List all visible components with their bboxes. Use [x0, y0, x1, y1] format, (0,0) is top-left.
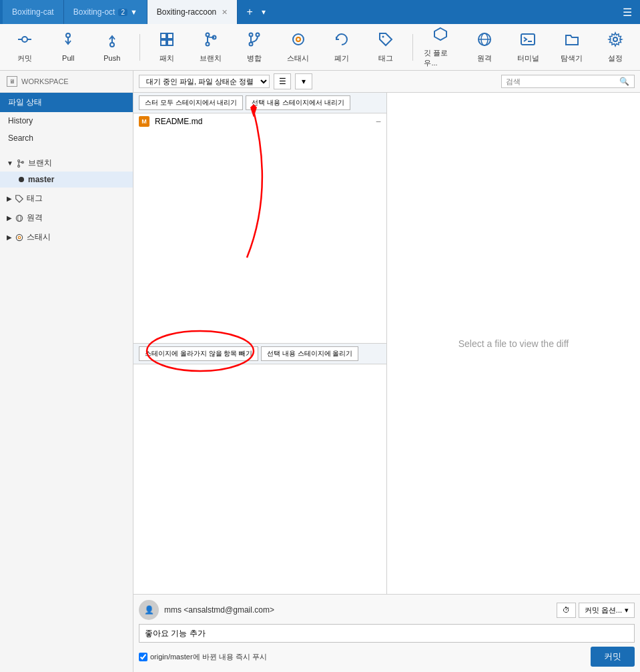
- svg-point-15: [250, 33, 253, 36]
- commit-label: 커밋: [17, 53, 32, 63]
- svg-point-21: [382, 35, 384, 37]
- search-input[interactable]: [506, 77, 619, 85]
- tag-button[interactable]: 태그: [366, 27, 405, 68]
- stage-selected-button[interactable]: 선택 내용 스테이지에서 내리기: [246, 95, 350, 110]
- settings-icon: [607, 31, 623, 51]
- branch-button[interactable]: 브랜치: [192, 27, 230, 68]
- chevron-down-icon-commit: ▾: [625, 606, 629, 615]
- tab-boxiting-oct[interactable]: Boxiting-oct 2 ▼: [64, 0, 147, 24]
- unstage-selected-button[interactable]: 선택 내용 스테이지에 올리기: [261, 346, 358, 361]
- stash-button[interactable]: 스태시: [279, 27, 318, 68]
- view-options-button[interactable]: ▾: [295, 73, 312, 89]
- tab-label: Boxiting-cat: [12, 7, 54, 17]
- svg-point-17: [250, 42, 253, 45]
- window-menu-button[interactable]: ☰: [617, 3, 637, 21]
- explorer-icon: [564, 31, 580, 51]
- staged-file-list: M README.md −: [133, 113, 386, 343]
- remote-label: 원격: [477, 53, 492, 63]
- commit-button-main[interactable]: 커밋: [591, 647, 635, 667]
- tab-badge-arrow: ▼: [130, 8, 137, 16]
- file-item[interactable]: M README.md −: [133, 113, 386, 129]
- patch-button[interactable]: 패치: [147, 27, 186, 68]
- svg-point-0: [22, 37, 27, 42]
- svg-point-5: [110, 43, 114, 47]
- svg-point-30: [18, 165, 20, 167]
- stash-section-label: 스태시: [27, 232, 51, 243]
- user-info: mms <ansalstmd@gmail.com>: [164, 605, 274, 615]
- tags-section-label: 태그: [27, 193, 43, 204]
- tab-boxiting-raccoon[interactable]: Boxiting-raccoon ✕: [147, 0, 238, 24]
- title-bar: Boxiting-cat Boxiting-oct 2 ▼ Boxiting-r…: [0, 0, 640, 24]
- commit-button[interactable]: 커밋: [5, 27, 44, 68]
- commit-time-button[interactable]: ⏱: [557, 603, 576, 618]
- remote-button[interactable]: 원격: [465, 27, 504, 68]
- toolbar: 커밋 Pull Push: [0, 24, 640, 71]
- tag-section-icon: [15, 194, 24, 204]
- staged-header: 스터 모두 스테이지에서 내리기 선택 내용 스테이지에서 내리기: [133, 93, 386, 113]
- commit-message-input[interactable]: [139, 624, 635, 643]
- merge-button[interactable]: 병합: [235, 27, 274, 68]
- sidebar-item-file-status[interactable]: 파일 상태: [0, 93, 133, 112]
- tab-boxiting-cat[interactable]: Boxiting-cat: [3, 0, 64, 24]
- gitflow-icon: [432, 26, 448, 46]
- push-checkbox-label[interactable]: origin/master에 바뀐 내용 즉시 푸시: [139, 652, 267, 662]
- unstaged-file-list: [133, 364, 386, 594]
- push-button[interactable]: Push: [93, 27, 131, 68]
- pull-icon: [60, 32, 76, 52]
- tab-label: Boxiting-oct: [73, 7, 115, 17]
- svg-rect-9: [161, 40, 166, 45]
- sidebar-section-remote[interactable]: ▶ 원격: [0, 207, 133, 226]
- terminal-button[interactable]: 터미널: [509, 27, 547, 68]
- pull-button[interactable]: Pull: [49, 27, 88, 68]
- unstage-file-button[interactable]: −: [376, 116, 381, 127]
- discard-label: 폐기: [334, 53, 349, 63]
- svg-point-3: [66, 33, 70, 37]
- sidebar-item-search[interactable]: Search: [0, 129, 133, 147]
- diff-area: Select a file to view the diff: [387, 93, 640, 594]
- patch-icon: [159, 31, 175, 51]
- svg-rect-8: [168, 33, 173, 39]
- svg-point-29: [18, 159, 20, 161]
- view-toggle-button[interactable]: ☰: [274, 73, 291, 89]
- gitflow-button[interactable]: 깃 플로우...: [421, 27, 460, 68]
- tab-close-button[interactable]: ✕: [222, 8, 228, 17]
- discard-button[interactable]: 폐기: [322, 27, 361, 68]
- sidebar-section-tags[interactable]: ▶ 태그: [0, 188, 133, 207]
- sidebar-section-stash[interactable]: ▶ 스태시: [0, 226, 133, 246]
- unstage-all-button[interactable]: 스테이지에 올라가지 않을 항목 빼기: [139, 346, 258, 361]
- tab-dropdown-button[interactable]: ▾: [259, 5, 268, 19]
- sidebar-branch-master[interactable]: master: [0, 172, 133, 188]
- sidebar-section-branches[interactable]: ▼ 브랜치: [0, 152, 133, 172]
- explorer-button[interactable]: 탐색기: [553, 27, 591, 68]
- workspace-header: 🖥 WORKSPACE: [0, 71, 133, 93]
- file-sort-dropdown[interactable]: 대기 중인 파일, 파일 상태순 정렬: [139, 75, 270, 88]
- push-checkbox[interactable]: [139, 653, 147, 661]
- commit-options-button[interactable]: 커밋 옵션... ▾: [579, 603, 635, 618]
- pull-label: Pull: [62, 54, 74, 62]
- sidebar-item-history[interactable]: History: [0, 112, 133, 129]
- branch-icon: [203, 31, 219, 51]
- merge-label: 병합: [247, 53, 262, 63]
- file-name: README.md: [155, 117, 202, 126]
- sidebar-spacer: [0, 147, 133, 152]
- workspace-icon: 🖥: [7, 76, 17, 87]
- settings-label: 설정: [608, 53, 623, 63]
- svg-point-28: [613, 37, 617, 41]
- commit-area: 👤 mms <ansalstmd@gmail.com> ⏱ 커밋 옵션... ▾: [133, 594, 640, 672]
- unstaged-header: 스테이지에 올라가지 않을 항목 빼기 선택 내용 스테이지에 올리기: [133, 344, 386, 364]
- discard-icon: [334, 31, 350, 51]
- svg-point-11: [206, 33, 209, 36]
- push-icon: [104, 32, 120, 52]
- search-box: 🔍: [501, 75, 635, 88]
- tab-add-button[interactable]: +: [240, 3, 259, 21]
- stash-label: 스태시: [287, 53, 309, 63]
- sidebar: 🖥 WORKSPACE 파일 상태 History Search ▼: [0, 71, 133, 672]
- tab-label: Boxiting-raccoon: [157, 7, 216, 17]
- svg-point-19: [293, 34, 304, 45]
- settings-button[interactable]: 설정: [596, 27, 635, 68]
- file-status-icon: M: [139, 116, 149, 127]
- unstaged-section: 스테이지에 올라가지 않을 항목 빼기 선택 내용 스테이지에 올리기: [133, 344, 386, 594]
- stage-all-button[interactable]: 스터 모두 스테이지에서 내리기: [139, 95, 243, 110]
- svg-point-16: [256, 33, 260, 36]
- panel-container: 스터 모두 스테이지에서 내리기 선택 내용 스테이지에서 내리기 M READ…: [133, 93, 387, 594]
